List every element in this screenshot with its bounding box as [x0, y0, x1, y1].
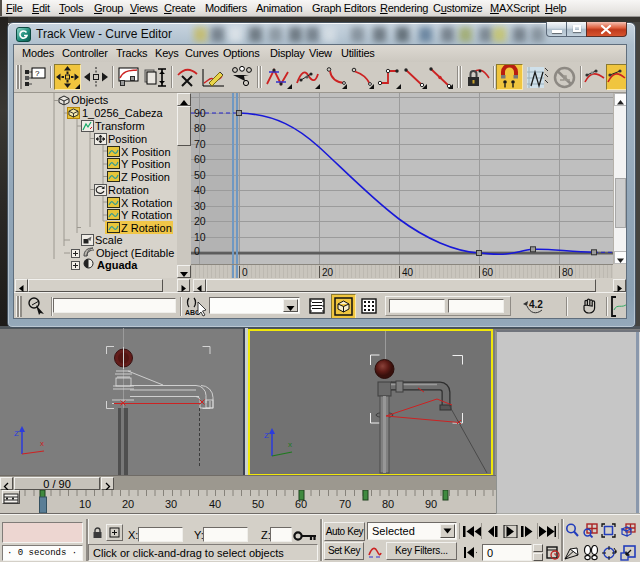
- svg-text:90: 90: [425, 498, 437, 510]
- svg-text:30: 30: [165, 498, 177, 510]
- svg-text:Z: Z: [14, 429, 19, 438]
- svg-text:20: 20: [122, 498, 134, 510]
- svg-text:x: x: [40, 439, 44, 448]
- svg-text:0: 0: [242, 267, 248, 278]
- svg-text:40: 40: [402, 267, 414, 278]
- svg-text:80: 80: [382, 498, 394, 510]
- svg-text:?: ?: [35, 69, 40, 78]
- svg-text:20: 20: [194, 215, 206, 227]
- svg-text:90: 90: [194, 107, 206, 119]
- svg-text:70: 70: [194, 138, 206, 150]
- svg-text:10: 10: [194, 231, 206, 243]
- svg-text:60: 60: [482, 267, 494, 278]
- svg-text:30: 30: [194, 200, 206, 212]
- svg-text:40: 40: [209, 498, 221, 510]
- svg-text:80: 80: [194, 122, 206, 134]
- svg-text:0: 0: [194, 245, 200, 257]
- svg-text:60: 60: [194, 153, 206, 165]
- svg-text:80: 80: [562, 267, 574, 278]
- svg-text:70: 70: [339, 498, 351, 510]
- svg-text:50: 50: [252, 498, 264, 510]
- svg-text:50: 50: [194, 169, 206, 181]
- svg-text:4.2: 4.2: [529, 299, 543, 310]
- svg-text:x: x: [288, 440, 292, 449]
- svg-text:20: 20: [322, 267, 334, 278]
- svg-text:40: 40: [194, 184, 206, 196]
- svg-text:Z: Z: [264, 431, 269, 440]
- svg-text:10: 10: [79, 498, 91, 510]
